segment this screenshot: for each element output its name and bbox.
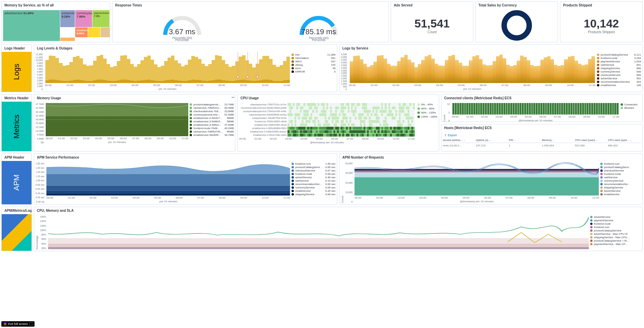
legend-item[interactable]: emailservice-4-589cc...37.6MB bbox=[190, 123, 234, 126]
legend-item[interactable]: advertService - Max CPU % bbox=[590, 232, 641, 235]
legend-item[interactable]: 90% - 135% bbox=[417, 111, 437, 114]
bar-chart bbox=[452, 103, 619, 115]
legend-item[interactable]: frontend-rum1.55 sec bbox=[292, 162, 336, 165]
legend-item[interactable]: currencyService bbox=[600, 179, 641, 182]
legend-item[interactable]: shippingService bbox=[600, 186, 641, 189]
legend-item[interactable]: INFO537 bbox=[292, 60, 336, 63]
legend-item[interactable]: shippingService0.00 sec bbox=[292, 193, 336, 196]
panel-cpu-memory-sla[interactable]: CPU, Memory and SLA Percentage 160%140%1… bbox=[34, 207, 643, 251]
legend-item[interactable]: recommendationSe... bbox=[600, 183, 641, 186]
legend-item[interactable]: emailservice-56cfb5f...36.7MB bbox=[190, 134, 234, 137]
chevron-down-icon: ⌄ bbox=[514, 139, 516, 142]
legend-item[interactable]: checkoutService0.67 sec bbox=[292, 169, 336, 172]
legend-item[interactable]: recommendationService324 bbox=[597, 80, 641, 83]
column-header[interactable]: CPU used (user) ⌄ bbox=[575, 139, 608, 142]
legend-item[interactable]: advertService552 bbox=[597, 77, 641, 80]
panel-logs-by-service[interactable]: Logs by Service 6,5006,0005,5005,0004,50… bbox=[339, 44, 643, 92]
chevron-down-icon: ⌄ bbox=[463, 139, 466, 142]
legend-item[interactable]: advertService bbox=[600, 189, 641, 192]
svg-rect-6 bbox=[46, 186, 290, 191]
panel-cpu-usage[interactable]: CPU Usage shippingservice-75067f7c9c-4x7… bbox=[237, 94, 439, 151]
legend-item[interactable]: currencyservice-6dc...51.5MB bbox=[190, 113, 234, 116]
legend-item[interactable]: 135% - 180% bbox=[417, 115, 437, 118]
treemap-chart: advertservice 51.69% cartservice8.29% cu… bbox=[3, 10, 108, 41]
column-header[interactable]: CPU used (syst... ⌄ bbox=[608, 139, 641, 142]
legend-item[interactable]: 0% - 45% bbox=[417, 103, 437, 106]
panel-total-sales[interactable]: Total Sales by Currency bbox=[475, 1, 558, 42]
legend-item[interactable]: productCatalogServi...0.00 sec bbox=[292, 166, 336, 169]
svg-rect-5 bbox=[46, 190, 290, 193]
table-row[interactable]: redis:/10.40.0...157,21011.936.664522.06… bbox=[443, 143, 641, 148]
legend-item[interactable]: shippingService - Max CPU... bbox=[590, 236, 641, 239]
legend-item[interactable]: checkoutService bbox=[600, 169, 641, 172]
legend-item[interactable]: frontend-node-76d8...49.2MB bbox=[190, 127, 234, 130]
panel-response-times[interactable]: Response Times Percentile 3.67 ms Percen… bbox=[112, 1, 389, 42]
annotation-marker[interactable]: △ bbox=[246, 76, 249, 78]
panel-products-shipped[interactable]: Products Shipped 10,142 Products Shipped bbox=[560, 1, 643, 42]
legend-item[interactable]: cartService bbox=[600, 176, 641, 179]
panel-title: Memory by Service, as % of all bbox=[2, 2, 110, 9]
legend-item[interactable]: recommendationSer...0.00 sec bbox=[292, 183, 336, 186]
legend-item[interactable]: paymentService bbox=[590, 219, 641, 222]
column-header[interactable]: service.addres... ⌄ bbox=[443, 139, 476, 142]
legend-item[interactable]: productCatalogServi... bbox=[600, 166, 641, 169]
column-header[interactable]: Uptime (s) ⌄ bbox=[476, 139, 509, 142]
legend-item[interactable]: productCatalogService6,111 bbox=[597, 53, 641, 56]
legend-item[interactable]: frontend-node bbox=[590, 222, 641, 225]
legend-item[interactable]: 45% - 90% bbox=[417, 107, 437, 110]
legend-item[interactable]: checkoutservice-7b8...23.8MB bbox=[190, 110, 234, 113]
metric-ads-served: 51,541 Count bbox=[391, 9, 473, 42]
legend-item[interactable]: info11,809 bbox=[292, 53, 336, 56]
annotation-marker[interactable]: △ bbox=[256, 76, 259, 78]
table-header: service.addres... ⌄Uptime (s) ⌄PID ⌄Memo… bbox=[443, 138, 641, 143]
panel-apm-performance[interactable]: APM Service Performance 1.80 sec1.60 sec… bbox=[34, 153, 337, 205]
legend-item[interactable]: cartService941 bbox=[597, 63, 641, 66]
section-header-all: APM/Metrics/Logs bbox=[1, 207, 32, 251]
section-label: Metrics bbox=[12, 115, 21, 139]
legend-item[interactable]: frontend-node0.08 sec bbox=[292, 172, 336, 176]
legend-item[interactable]: Information941 bbox=[292, 57, 336, 60]
legend-item[interactable]: advertService bbox=[590, 216, 641, 219]
panel-memory-by-service[interactable]: Memory by Service, as % of all advertser… bbox=[1, 1, 110, 42]
legend-item[interactable]: paymentService1,634 bbox=[597, 60, 641, 63]
legend-item[interactable]: debug142 bbox=[292, 63, 336, 66]
legend-item[interactable]: advertService0.46 sec bbox=[292, 176, 336, 179]
panel-connected-clients[interactable]: Connected clients [Metricbeat Redis] ECS… bbox=[441, 94, 643, 122]
legend-item[interactable]: emailService148 bbox=[597, 84, 641, 87]
column-header[interactable]: PID ⌄ bbox=[509, 139, 542, 142]
legend-item[interactable]: emailService bbox=[600, 193, 641, 196]
area-chart bbox=[46, 103, 188, 136]
legend-item[interactable]: Blocked bbox=[621, 106, 641, 109]
export-button[interactable]: ⇪Export bbox=[443, 133, 458, 138]
panel-memory-usage[interactable]: ••• Memory Usage 47.7MB42.9MB38.1MB33.4M… bbox=[34, 94, 235, 151]
legend-item[interactable]: productCatalogService = M... bbox=[590, 239, 641, 242]
svg-rect-2 bbox=[46, 116, 188, 136]
legend-item[interactable]: shippingService666 bbox=[597, 67, 641, 70]
legend-item[interactable]: cartservice-7df85d7d5...46MB bbox=[190, 130, 234, 133]
legend-item[interactable]: emailService0.26 sec bbox=[292, 189, 336, 192]
legend-item[interactable]: error38 bbox=[292, 67, 336, 70]
column-header[interactable]: Memory ⌄ bbox=[542, 139, 575, 142]
legend-item[interactable]: paymentService - Max CP... bbox=[590, 243, 641, 246]
legend-item[interactable]: productcatalogservic...23.7MB bbox=[190, 103, 234, 106]
legend-item[interactable]: currencyService0.00 sec bbox=[292, 186, 336, 189]
legend-item[interactable]: frontend-node3,244 bbox=[597, 57, 641, 60]
legend-item[interactable]: frontend-rum bbox=[590, 226, 641, 229]
legend-item[interactable]: Connected bbox=[621, 103, 641, 106]
legend-item[interactable]: checkoutService608 bbox=[597, 74, 641, 77]
legend-item[interactable]: ERROR0 bbox=[292, 70, 336, 73]
legend-item[interactable]: frontend-rum bbox=[600, 162, 641, 165]
legend-item[interactable]: currencyService648 bbox=[597, 70, 641, 73]
legend-item[interactable]: emailservice-3-5d8fc5...38MB bbox=[190, 120, 234, 123]
legend-item[interactable]: frontend-node bbox=[600, 172, 641, 176]
panel-ads-served[interactable]: Ads Served 51,541 Count bbox=[391, 1, 473, 42]
legend-item[interactable]: emailservice-2-65cfc7...38MB bbox=[190, 117, 234, 120]
panel-hosts-redis[interactable]: Hosts [Metricbeat Redis] ECS ⇪Export ser… bbox=[441, 124, 643, 152]
legend-item[interactable]: cartservice-7df85d7d...50.5MB bbox=[190, 106, 234, 109]
panel-apm-requests[interactable]: APM Number of Requests Count 40,00030,00… bbox=[339, 153, 643, 205]
legend-item[interactable]: cartService0.15 sec bbox=[292, 179, 336, 182]
legend-item[interactable]: productCatalogService bbox=[590, 229, 641, 232]
annotation-marker[interactable]: △ bbox=[236, 76, 239, 78]
panel-menu-icon[interactable]: ••• bbox=[232, 96, 234, 99]
panel-log-levels[interactable]: Log Levels & Outages 12,00011,00010,0009… bbox=[34, 44, 337, 92]
